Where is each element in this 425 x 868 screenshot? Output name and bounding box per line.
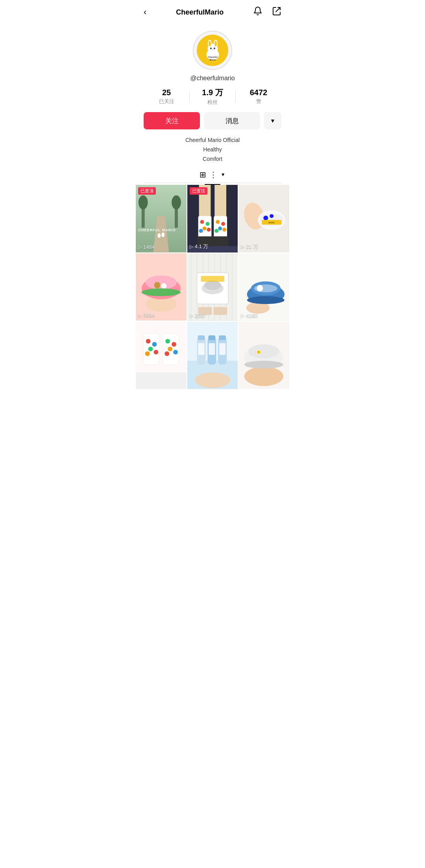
video-thumbnail xyxy=(238,322,289,389)
view-count: 4160 xyxy=(246,313,257,319)
svg-line-0 xyxy=(276,7,280,12)
svg-point-31 xyxy=(216,220,220,224)
svg-text:Cheerful: Cheerful xyxy=(208,56,218,58)
share-icon xyxy=(272,6,281,16)
username: @cheerfulmario xyxy=(190,75,235,82)
svg-point-70 xyxy=(204,280,221,290)
view-count: 2567 xyxy=(195,313,206,319)
svg-point-32 xyxy=(221,222,225,226)
avatar-inner: Cheerful Mario xyxy=(197,35,228,66)
message-button[interactable]: 消息 xyxy=(204,112,260,129)
video-thumbnail xyxy=(136,253,187,321)
svg-point-93 xyxy=(172,342,176,346)
video-item[interactable]: ▷ 4160 xyxy=(238,253,289,321)
video-item[interactable]: ▷ 3694 xyxy=(136,253,187,321)
view-count: 4.1 万 xyxy=(195,243,209,250)
svg-rect-101 xyxy=(198,335,205,340)
svg-point-33 xyxy=(218,227,222,231)
back-button[interactable]: ‹ xyxy=(142,6,148,19)
bell-icon xyxy=(253,6,262,16)
video-overlay-text: CHEERFUL MARIO xyxy=(138,228,176,232)
svg-point-20 xyxy=(161,232,164,237)
avatar[interactable]: Cheerful Mario xyxy=(193,31,232,70)
video-views: ▷ 3694 xyxy=(138,312,155,318)
play-icon: ▷ xyxy=(241,313,244,318)
follow-button[interactable]: 关注 xyxy=(144,112,200,129)
video-item[interactable]: 已置顶 ▷ 4.1 万 xyxy=(187,185,238,252)
svg-point-44 xyxy=(270,214,274,218)
video-thumbnail xyxy=(187,253,238,321)
svg-point-10 xyxy=(212,50,213,50)
video-item[interactable] xyxy=(187,322,238,389)
header-actions xyxy=(251,5,283,20)
play-icon: ▷ xyxy=(241,244,244,249)
video-item[interactable] xyxy=(136,322,187,389)
view-count: 21 万 xyxy=(246,243,258,250)
grid-tab-icon[interactable]: ⊞ ⋮ xyxy=(200,170,218,179)
svg-rect-105 xyxy=(219,335,226,340)
svg-point-29 xyxy=(199,229,203,233)
action-buttons: 关注 消息 ▼ xyxy=(144,112,281,129)
svg-rect-71 xyxy=(201,276,224,282)
video-item[interactable]: ▷ 2567 xyxy=(187,253,238,321)
notification-button[interactable] xyxy=(251,5,264,20)
svg-point-89 xyxy=(148,346,153,351)
bio-line3: Comfort xyxy=(203,156,222,162)
video-item[interactable] xyxy=(238,322,289,389)
svg-point-53 xyxy=(156,282,159,285)
video-item[interactable]: MARIO ▷ 21 万 xyxy=(238,185,289,252)
svg-point-111 xyxy=(244,367,283,386)
svg-rect-106 xyxy=(198,343,204,355)
video-badge: 已置顶 xyxy=(138,187,156,195)
svg-point-87 xyxy=(146,339,151,343)
svg-rect-37 xyxy=(213,236,228,246)
svg-point-16 xyxy=(139,195,148,210)
svg-point-43 xyxy=(264,216,268,221)
svg-point-27 xyxy=(205,222,209,226)
tab-bar: ⊞ ⋮ ▼ xyxy=(144,170,281,183)
svg-point-7 xyxy=(214,41,217,46)
bio-line1: Cheerful Mario Official xyxy=(185,137,240,143)
bio: Cheerful Mario Official Healthy Comfort xyxy=(185,136,240,164)
video-thumbnail: MARIO xyxy=(238,185,289,252)
video-views: ▷ 1484 xyxy=(138,244,155,250)
video-thumbnail xyxy=(187,322,238,389)
svg-point-9 xyxy=(214,48,215,49)
stat-fans[interactable]: 1.9 万 粉丝 xyxy=(190,87,235,106)
play-icon: ▷ xyxy=(138,313,142,318)
video-item[interactable]: CHEERFUL MARIO 已置顶 ▷ 1484 xyxy=(136,185,187,252)
svg-point-91 xyxy=(145,351,150,356)
svg-point-116 xyxy=(244,361,283,369)
following-count: 25 xyxy=(162,88,171,97)
svg-point-30 xyxy=(207,228,211,232)
svg-point-35 xyxy=(222,228,226,232)
svg-point-82 xyxy=(259,285,262,288)
svg-point-95 xyxy=(173,350,178,354)
likes-label: 赞 xyxy=(256,98,261,105)
svg-text:Mario: Mario xyxy=(209,59,216,61)
video-thumbnail xyxy=(136,322,187,389)
svg-point-92 xyxy=(165,339,170,343)
svg-point-94 xyxy=(168,346,172,351)
stat-following[interactable]: 25 已关注 xyxy=(144,88,189,105)
header: ‹ CheerfulMario xyxy=(136,0,289,24)
svg-point-5 xyxy=(209,41,211,46)
video-thumbnail xyxy=(238,253,289,321)
svg-rect-107 xyxy=(209,343,215,355)
svg-point-96 xyxy=(164,351,169,356)
svg-point-18 xyxy=(172,195,181,210)
svg-point-34 xyxy=(214,229,218,233)
video-views: ▷ 4160 xyxy=(241,313,257,319)
likes-count: 6472 xyxy=(250,88,268,97)
svg-point-115 xyxy=(257,350,261,354)
svg-point-50 xyxy=(146,275,177,289)
more-button[interactable]: ▼ xyxy=(264,112,281,129)
view-count: 1484 xyxy=(143,244,155,250)
play-icon: ▷ xyxy=(138,244,142,250)
stat-likes[interactable]: 6472 赞 xyxy=(236,88,281,105)
video-grid: CHEERFUL MARIO 已置顶 ▷ 1484 xyxy=(136,185,289,389)
svg-point-28 xyxy=(202,227,206,231)
share-button[interactable] xyxy=(270,5,283,20)
tab-dropdown-icon[interactable]: ▼ xyxy=(221,172,225,177)
svg-point-113 xyxy=(248,344,279,358)
